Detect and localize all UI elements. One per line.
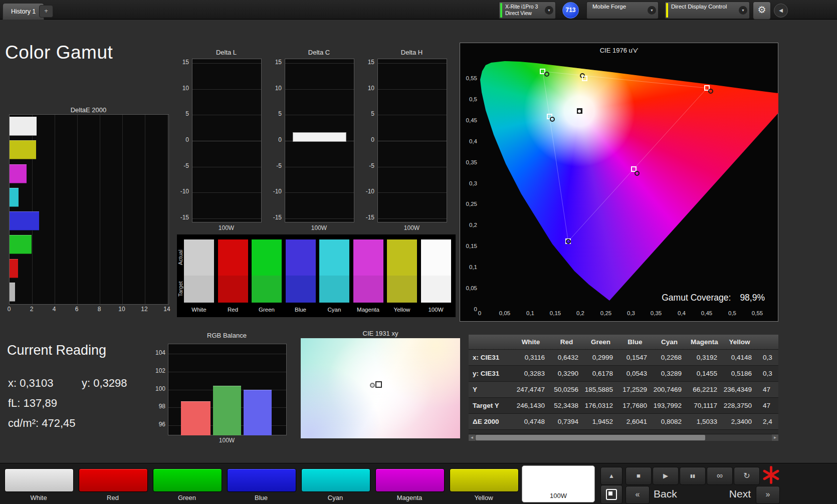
table-cell: 17,7680 (618, 398, 652, 413)
scroll-left-icon[interactable]: ◄ (469, 434, 475, 441)
delta-gridline (192, 115, 261, 115)
play-button[interactable]: ▶ (653, 467, 679, 485)
scroll-thumb[interactable] (476, 435, 705, 440)
table-cell: 1,5033 (687, 414, 722, 429)
delta-gridline (192, 192, 261, 193)
continuous-button[interactable]: ∞ (707, 467, 733, 485)
delta-y-tick: -15 (359, 214, 374, 221)
meter-dropdown[interactable]: X-Rite i1Pro 3 Direct View ▼ (499, 2, 556, 19)
pause-button[interactable]: ▮▮ (680, 467, 706, 485)
delta-gridline (378, 141, 447, 141)
pattern-button-cyan[interactable] (301, 468, 370, 492)
table-row-label: Y (469, 382, 512, 397)
chevron-down-icon[interactable]: ▼ (545, 6, 553, 15)
pattern-button-label: Blue (227, 494, 295, 501)
deltae-x-tick: 12 (139, 306, 149, 313)
add-tab-button[interactable]: + (39, 5, 53, 18)
pattern-button-100w[interactable]: 100W (522, 465, 595, 502)
swatch-column-label: White (182, 307, 216, 313)
reading-fl: fL: 137,89 (8, 397, 57, 410)
delta-y-tick: 10 (359, 85, 374, 92)
blue-measured-marker (566, 239, 571, 244)
red-measured-marker (708, 89, 713, 94)
table-cell: 2,3400 (722, 414, 757, 429)
deltae-chart-title: DeltaE 2000 (9, 106, 168, 114)
deltae-bar-white (10, 283, 15, 302)
table-cell: 236,4349 (722, 382, 757, 397)
swatch-column-label: Yellow (385, 307, 419, 313)
deltae-bar-yellow (10, 140, 36, 159)
gear-icon[interactable]: ⚙ (753, 2, 771, 20)
table-cell: 1,9452 (583, 414, 618, 429)
pattern-button-white[interactable] (5, 468, 74, 492)
deltae-chart (9, 114, 169, 305)
delta-gridline (378, 115, 447, 115)
cie-y-tick: 0,35 (462, 159, 477, 165)
deltae-bar-cyan (10, 188, 19, 207)
delta-y-tick: -10 (174, 188, 189, 195)
delta-y-tick: 15 (174, 59, 189, 66)
display-control-dropdown[interactable]: Direct Display Control ▼ (665, 2, 750, 19)
deltae-x-axis: 02468101214 (9, 306, 168, 314)
table-cell: 0,3283 (512, 366, 550, 381)
table-header-yellow: Yellow (722, 335, 757, 349)
deltae-x-tick: 6 (72, 306, 82, 313)
delta-gridline (378, 89, 447, 90)
gamut-triangle (480, 46, 778, 308)
swatch-target-yellow (387, 276, 417, 303)
table-cell: 246,1430 (512, 398, 550, 413)
table-cell: 0,6178 (583, 366, 618, 381)
display-pattern-button[interactable] (600, 485, 622, 504)
cie-x-tick: 0,45 (699, 310, 714, 316)
next-button[interactable]: » (756, 486, 780, 504)
back-label[interactable]: Back (654, 488, 677, 500)
table-row: Y247,474750,0256185,588517,2529200,74696… (469, 382, 778, 398)
delta-gridline (192, 218, 261, 219)
table-cell: 0,3116 (512, 350, 550, 365)
chevron-down-icon[interactable]: ▼ (648, 6, 656, 15)
pattern-button-red[interactable] (79, 468, 148, 492)
pattern-button-yellow[interactable] (450, 468, 519, 492)
swatch-strip: Actual Target WhiteRedGreenBlueCyanMagen… (177, 234, 456, 317)
chevron-down-icon[interactable]: ▼ (739, 6, 747, 15)
cie-1976-panel: CIE 1976 u'v' Gamut Coverage:98,9% 0,550… (460, 43, 778, 322)
collapse-panel-icon[interactable]: ◀ (774, 4, 788, 18)
up-arrow-button[interactable]: ▲ (600, 467, 622, 485)
next-label[interactable]: Next (703, 488, 751, 500)
back-button[interactable]: « (625, 486, 650, 504)
delta-y-tick: -15 (174, 214, 189, 221)
table-cell: 17,2529 (618, 382, 652, 397)
swatch-column-label: Cyan (317, 307, 351, 313)
deltae-bar-magenta (10, 164, 27, 183)
table-header-green: Green (583, 335, 618, 349)
cie-x-tick: 0,05 (497, 310, 512, 316)
delta-y-tick: 10 (174, 85, 189, 92)
delta-y-tick: 5 (174, 110, 189, 117)
delta-gridline (285, 115, 354, 115)
delta-chart-title-2: Delta H (377, 49, 446, 56)
table-cell: 228,3750 (722, 398, 757, 413)
scroll-right-icon[interactable]: ► (772, 434, 778, 441)
delta-y-tick: -5 (359, 162, 374, 169)
swatch-target-red (218, 276, 248, 303)
tab-history-1[interactable]: History 1 (3, 3, 44, 20)
cie-y-tick: 0,1 (462, 264, 477, 270)
table-horizontal-scrollbar[interactable]: ◄► (469, 434, 778, 441)
stop-button[interactable]: ■ (625, 467, 652, 485)
delta-y-tick: 10 (267, 85, 282, 92)
workflow-dropdown[interactable]: Mobile Forge ▼ (586, 2, 659, 19)
pattern-button-magenta[interactable] (375, 468, 445, 492)
pattern-button-green[interactable] (153, 468, 222, 492)
meter-mode: Direct View (505, 10, 538, 17)
top-bar: History 1 + X-Rite i1Pro 3 Direct View ▼… (0, 0, 837, 20)
table-cell: 185,5885 (583, 382, 618, 397)
cie-x-tick: 0,35 (649, 310, 664, 316)
swatch-actual-white (184, 239, 214, 276)
cie-1931-measured-marker (370, 383, 375, 388)
table-header-blank (757, 335, 778, 349)
repeat-button[interactable]: ↻ (734, 467, 760, 485)
pattern-button-blue[interactable] (227, 468, 296, 492)
table-cell: 193,7992 (652, 398, 687, 413)
delta-gridline (192, 89, 261, 90)
rgb-bar-red (181, 401, 211, 435)
